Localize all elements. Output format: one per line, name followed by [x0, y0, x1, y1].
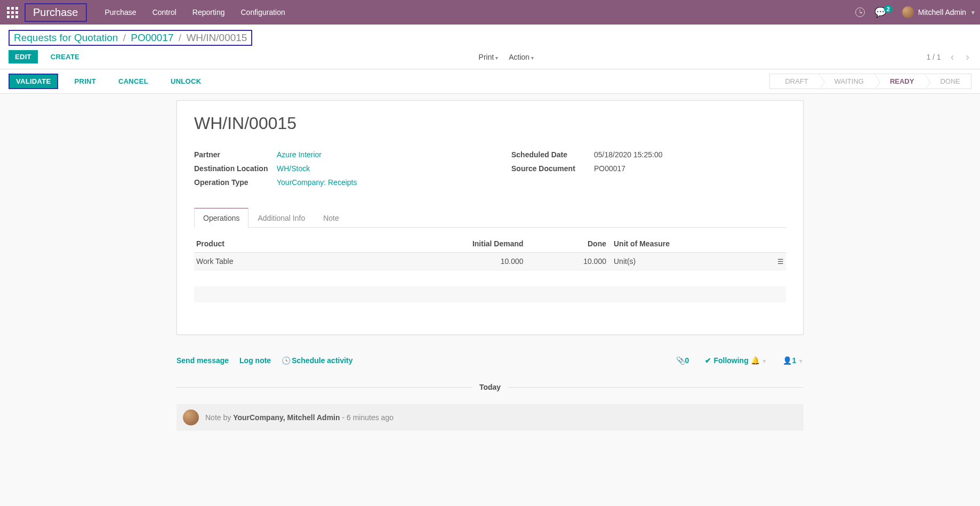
operations-table: Product Initial Demand Done Unit of Meas…: [194, 235, 786, 270]
dest-label: Destination Location: [194, 164, 277, 173]
cancel-button[interactable]: CANCEL: [112, 75, 155, 88]
sched-value: 05/18/2020 15:25:00: [594, 150, 662, 159]
messages-button[interactable]: 💬 2: [874, 6, 893, 18]
optype-value[interactable]: YourCompany: Receipts: [277, 178, 357, 187]
note-author: YourCompany, Mitchell Admin: [233, 413, 340, 422]
caret-down-icon: ▼: [798, 358, 804, 364]
document-title: WH/IN/00015: [194, 114, 786, 133]
status-ready[interactable]: READY: [874, 74, 926, 89]
pager-next-icon[interactable]: ›: [963, 51, 971, 63]
caret-down-icon: ▼: [970, 10, 976, 15]
status-done[interactable]: DONE: [925, 74, 971, 89]
status-waiting[interactable]: WAITING: [819, 74, 875, 89]
attachments-button[interactable]: 📎0: [676, 356, 689, 365]
chat-badge: 2: [884, 5, 893, 13]
cell-uom: Unit(s): [608, 253, 750, 270]
dest-value[interactable]: WH/Stock: [277, 164, 310, 173]
col-product: Product: [194, 235, 419, 253]
partner-label: Partner: [194, 150, 277, 159]
nav-reporting[interactable]: Reporting: [192, 8, 225, 17]
source-label: Source Document: [511, 164, 594, 173]
unlock-button[interactable]: UNLOCK: [164, 75, 207, 88]
col-uom: Unit of Measure: [608, 235, 750, 253]
attachment-icon: 📎: [676, 356, 685, 365]
print-dropdown[interactable]: Print: [479, 53, 499, 61]
pager-text: 1 / 1: [926, 53, 941, 61]
followers-button[interactable]: 👤1 ▼: [783, 356, 804, 365]
table-footer: [194, 286, 786, 302]
main-content: WH/IN/00015 Partner Azure Interior Desti…: [0, 94, 980, 335]
nav-control[interactable]: Control: [152, 8, 176, 17]
nav-configuration[interactable]: Configuration: [241, 8, 285, 17]
detailed-operations-icon[interactable]: [776, 257, 784, 266]
tab-note[interactable]: Note: [314, 208, 348, 228]
pager-prev-icon[interactable]: ‹: [949, 51, 957, 63]
action-dropdown[interactable]: Action: [509, 53, 534, 61]
log-note-button[interactable]: Log note: [239, 356, 271, 365]
breadcrumb-root[interactable]: Requests for Quotation: [14, 32, 118, 43]
tab-operations[interactable]: Operations: [194, 208, 248, 228]
avatar-icon: [902, 6, 914, 18]
schedule-activity-button[interactable]: 🕓Schedule activity: [282, 356, 352, 365]
topbar: Purchase Purchase Control Reporting Conf…: [0, 0, 980, 25]
tabs: Operations Additional Info Note: [194, 208, 786, 228]
print-button[interactable]: PRINT: [68, 75, 102, 88]
chatter: Send message Log note 🕓Schedule activity…: [176, 351, 804, 431]
status-draft[interactable]: DRAFT: [769, 74, 819, 89]
sched-label: Scheduled Date: [511, 150, 594, 159]
cell-done: 10.000: [526, 253, 608, 270]
col-demand: Initial Demand: [419, 235, 526, 253]
validate-button[interactable]: VALIDATE: [9, 74, 58, 89]
user-menu[interactable]: Mitchell Admin ▼: [902, 6, 976, 18]
message-item: Note by YourCompany, Mitchell Admin - 6 …: [176, 404, 804, 431]
control-panel: Requests for Quotation / PO00017 / WH/IN…: [0, 25, 980, 69]
table-row[interactable]: Work Table 10.000 10.000 Unit(s): [194, 253, 786, 270]
note-time: - 6 minutes ago: [340, 413, 393, 422]
create-button[interactable]: CREATE: [44, 50, 86, 63]
apps-icon[interactable]: [4, 4, 20, 20]
cell-demand: 10.000: [419, 253, 526, 270]
breadcrumb-po[interactable]: PO00017: [131, 32, 173, 43]
nav-purchase[interactable]: Purchase: [105, 8, 136, 17]
send-message-button[interactable]: Send message: [176, 356, 229, 365]
bell-icon: 🔔: [751, 356, 762, 365]
date-divider: Today: [176, 383, 804, 391]
tab-additional-info[interactable]: Additional Info: [248, 208, 314, 228]
user-name: Mitchell Admin: [918, 8, 966, 17]
breadcrumb: Requests for Quotation / PO00017 / WH/IN…: [9, 30, 252, 46]
app-brand[interactable]: Purchase: [25, 3, 87, 22]
person-icon: 👤: [783, 356, 792, 365]
top-nav: Purchase Control Reporting Configuration: [105, 8, 285, 17]
col-done: Done: [526, 235, 608, 253]
clock-icon[interactable]: [855, 7, 865, 17]
caret-down-icon: ▼: [762, 358, 767, 364]
partner-value[interactable]: Azure Interior: [277, 150, 322, 159]
clock-small-icon: 🕓: [282, 356, 291, 365]
note-prefix: Note by: [205, 413, 233, 422]
edit-button[interactable]: EDIT: [9, 50, 38, 63]
form-sheet: WH/IN/00015 Partner Azure Interior Desti…: [176, 100, 804, 335]
cell-product: Work Table: [194, 253, 419, 270]
avatar-icon: [183, 409, 199, 425]
breadcrumb-current: WH/IN/00015: [186, 32, 247, 43]
source-value: PO00017: [594, 164, 625, 173]
statusbar: VALIDATE PRINT CANCEL UNLOCK DRAFT WAITI…: [0, 69, 980, 94]
check-icon: ✔: [705, 356, 711, 365]
following-button[interactable]: ✔Following 🔔 ▼: [705, 356, 767, 365]
optype-label: Operation Type: [194, 178, 277, 187]
